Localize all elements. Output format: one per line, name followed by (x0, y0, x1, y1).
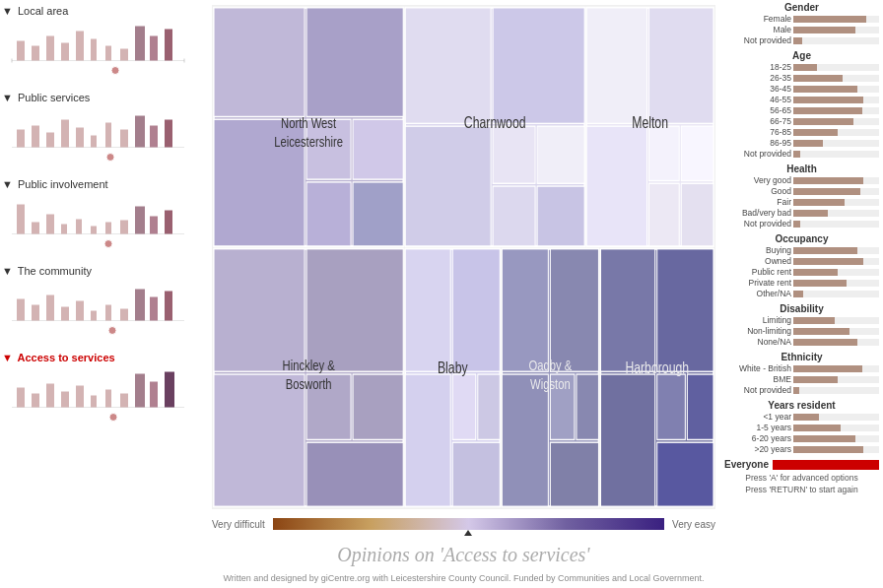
chart-title: Opinions on 'Access to services' (212, 544, 715, 566)
bar-row-private-rent: Private rent (724, 278, 879, 288)
bar-row-18-25: 18-25 (724, 62, 879, 72)
svg-rect-36 (120, 221, 128, 234)
svg-rect-110 (452, 442, 500, 506)
svg-rect-115 (502, 374, 548, 506)
svg-rect-82 (537, 126, 584, 183)
public-involvement-label[interactable]: ▼ Public involvement (2, 178, 205, 190)
svg-rect-83 (493, 186, 535, 246)
svg-rect-57 (46, 384, 54, 408)
svg-rect-6 (91, 39, 97, 61)
svg-rect-30 (32, 223, 39, 234)
svg-rect-5 (76, 32, 84, 61)
right-panel: Gender Female Male Not provided Age 18-2… (720, 0, 883, 588)
svg-rect-62 (120, 394, 128, 408)
svg-rect-31 (46, 215, 54, 234)
local-area-label[interactable]: ▼ Local area (2, 5, 205, 17)
svg-rect-45 (61, 307, 69, 321)
the-community-svg (2, 279, 194, 348)
svg-rect-117 (577, 374, 598, 439)
access-to-services-label[interactable]: ▼ Access to services (2, 352, 205, 363)
svg-rect-17 (32, 126, 39, 148)
center-panel: North West Leicestershire Charnwood (207, 0, 720, 588)
bar-row-bad-very-bad: Bad/very bad (724, 208, 879, 218)
local-area-chart (2, 19, 194, 88)
public-services-svg (2, 105, 194, 174)
svg-rect-96 (214, 249, 305, 372)
section-local-area: ▼ Local area (2, 5, 205, 92)
bar-row-less-1-year: <1 year (724, 412, 879, 422)
svg-rect-78 (405, 8, 491, 124)
bar-row-none-na: None/NA (724, 337, 879, 347)
gender-section: Gender Female Male Not provided (724, 2, 879, 45)
svg-rect-124 (600, 374, 654, 506)
svg-text:Melton: Melton (632, 113, 668, 131)
svg-rect-38 (150, 217, 158, 234)
bar-row-1-5-years: 1-5 years (724, 423, 879, 432)
svg-rect-20 (76, 128, 84, 148)
treemap-container: North West Leicestershire Charnwood (212, 5, 715, 509)
svg-rect-98 (214, 374, 305, 506)
svg-rect-63 (135, 374, 145, 408)
legend-label-right: Very easy (672, 519, 715, 530)
section-public-services: ▼ Public services (2, 92, 205, 178)
public-services-label[interactable]: ▼ Public services (2, 92, 205, 103)
svg-rect-90 (649, 126, 680, 180)
svg-rect-123 (657, 249, 713, 372)
svg-rect-73 (306, 182, 351, 246)
bar-row-non-limiting: Non-limiting (724, 326, 879, 336)
legend-container: Very difficult Very easy (212, 509, 715, 539)
svg-rect-52 (165, 292, 172, 321)
svg-rect-16 (17, 130, 25, 148)
svg-rect-64 (150, 382, 158, 408)
legend-label-left: Very difficult (212, 519, 265, 530)
disability-section: Disability Limiting Non-limiting None/NA (724, 303, 879, 347)
svg-rect-39 (165, 211, 172, 234)
svg-rect-8 (120, 49, 128, 61)
bar-row-66-75: 66-75 (724, 116, 879, 126)
svg-rect-68 (214, 8, 305, 117)
svg-rect-60 (91, 396, 97, 408)
health-section: Health Very good Good Fair Bad/very bad … (724, 163, 879, 229)
bar-row-other-na: Other/NA (724, 289, 879, 298)
svg-rect-9 (135, 27, 145, 61)
legend-gradient-wrapper (273, 518, 664, 530)
years-resident-title: Years resident (724, 400, 879, 411)
section-access-to-services: ▼ Access to services (2, 352, 205, 438)
svg-rect-2 (32, 46, 39, 61)
age-title: Age (724, 50, 879, 61)
everyone-label: Everyone (724, 459, 769, 470)
bar-row-bme: BME (724, 374, 879, 384)
svg-rect-127 (657, 442, 713, 506)
disability-title: Disability (724, 303, 879, 314)
svg-rect-101 (306, 442, 403, 506)
bar-row-not-provided-age: Not provided (724, 149, 879, 159)
press-a-text: Press 'A' for advanced options Press 'RE… (724, 473, 879, 496)
svg-rect-89 (586, 126, 646, 246)
svg-rect-24 (135, 116, 145, 148)
svg-rect-18 (46, 133, 54, 148)
svg-rect-93 (681, 183, 713, 246)
public-involvement-svg (2, 192, 194, 261)
local-area-svg (2, 19, 194, 88)
everyone-bar (773, 460, 879, 470)
bar-row-not-provided-health: Not provided (724, 219, 879, 229)
svg-rect-29 (17, 205, 25, 234)
svg-text:Harborough: Harborough (625, 359, 689, 376)
svg-rect-59 (76, 386, 84, 408)
svg-rect-32 (61, 225, 67, 234)
svg-text:Blaby: Blaby (438, 359, 468, 376)
bar-row-56-65: 56-65 (724, 105, 879, 115)
svg-rect-122 (600, 249, 654, 372)
bar-row-not-provided-ethnicity: Not provided (724, 385, 879, 395)
the-community-label[interactable]: ▼ The community (2, 265, 205, 277)
occupancy-title: Occupancy (724, 233, 879, 244)
age-section: Age 18-25 26-35 36-45 46-55 56-65 (724, 50, 879, 159)
svg-text:Leicestershire: Leicestershire (274, 133, 343, 150)
bar-row-86-95: 86-95 (724, 138, 879, 148)
svg-rect-33 (76, 220, 82, 234)
svg-text:Bosworth: Bosworth (286, 376, 332, 393)
svg-rect-105 (405, 249, 450, 372)
svg-rect-35 (105, 223, 111, 234)
local-area-arrow: ▼ (2, 5, 13, 17)
svg-rect-50 (135, 290, 145, 321)
